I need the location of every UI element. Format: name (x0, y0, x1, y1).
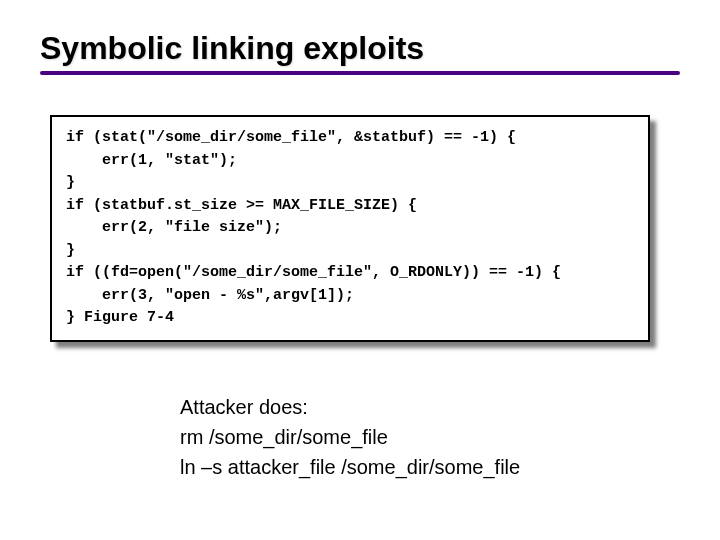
attacker-line-3: ln –s attacker_file /some_dir/some_file (180, 452, 680, 482)
slide: Symbolic linking exploits if (stat("/som… (0, 0, 720, 540)
code-content: if (stat("/some_dir/some_file", &statbuf… (66, 129, 561, 326)
title-underline (40, 71, 680, 75)
attacker-steps: Attacker does: rm /some_dir/some_file ln… (180, 392, 680, 482)
code-example-box: if (stat("/some_dir/some_file", &statbuf… (50, 115, 650, 342)
attacker-line-1: Attacker does: (180, 392, 680, 422)
page-title: Symbolic linking exploits (40, 30, 680, 67)
attacker-line-2: rm /some_dir/some_file (180, 422, 680, 452)
